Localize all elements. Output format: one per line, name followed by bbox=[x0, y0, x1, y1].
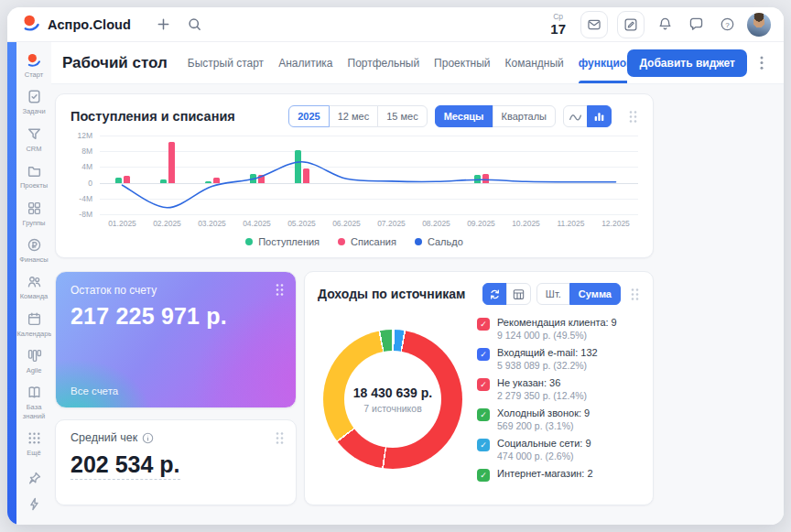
period-12m-button[interactable]: 12 мес bbox=[329, 105, 378, 127]
sidebar-item-crm[interactable]: CRM bbox=[16, 122, 51, 158]
source-checkbox[interactable]: ✓ bbox=[477, 469, 490, 482]
bar-chart-toggle[interactable] bbox=[587, 105, 612, 127]
sidebar-item-calendar[interactable]: Календарь bbox=[16, 307, 51, 343]
source-name: Социальные сети: 9 bbox=[497, 438, 591, 449]
x-tick-label: 07.2025 bbox=[369, 219, 414, 228]
legend-dot bbox=[338, 238, 345, 245]
average-check-drag-handle[interactable] bbox=[275, 431, 285, 445]
units-count-button[interactable]: Шт. bbox=[536, 283, 570, 305]
sidebar-item-bolt[interactable] bbox=[16, 492, 51, 517]
user-avatar[interactable] bbox=[747, 13, 771, 37]
legend-item-expense[interactable]: Списания bbox=[338, 236, 396, 247]
chat-button[interactable] bbox=[685, 14, 707, 36]
sidebar-item-pin[interactable] bbox=[16, 466, 51, 492]
calendar-date-widget[interactable]: Ср 17 bbox=[550, 13, 566, 37]
line-chart-toggle[interactable] bbox=[563, 105, 588, 127]
sidebar-item-agile[interactable]: Agile bbox=[16, 343, 51, 380]
balance-drag-handle[interactable] bbox=[275, 283, 285, 297]
sidebar-item-tasks[interactable]: Задачи bbox=[16, 84, 51, 121]
mail-button[interactable] bbox=[580, 11, 608, 38]
x-tick-label: 11.2025 bbox=[548, 219, 593, 228]
sidebar-item-label: CRM bbox=[26, 145, 41, 153]
expense-bar bbox=[482, 174, 489, 183]
source-checkbox[interactable]: ✓ bbox=[477, 439, 490, 451]
legend-item-income[interactable]: Поступления bbox=[245, 236, 320, 247]
sidebar-item-projects[interactable]: Проекты bbox=[16, 158, 51, 195]
sidebar-item-groups[interactable]: Группы bbox=[16, 196, 51, 233]
quick-add-button[interactable] bbox=[153, 15, 173, 35]
gridline bbox=[100, 183, 638, 184]
x-tick-label: 05.2025 bbox=[279, 219, 324, 228]
source-checkbox[interactable]: ✓ bbox=[477, 378, 490, 391]
source-name: Рекомендация клиента: 9 bbox=[497, 317, 617, 328]
search-button[interactable] bbox=[184, 15, 204, 35]
period-15m-button[interactable]: 15 мес bbox=[377, 105, 427, 127]
sidebar-item-more[interactable]: Ещё bbox=[16, 426, 51, 462]
bar-chart-icon bbox=[592, 110, 606, 124]
drag-handle-icon bbox=[628, 110, 638, 124]
sidebar-item-knowledge-base[interactable]: База знаний bbox=[16, 380, 51, 426]
y-tick-label: 12M bbox=[77, 131, 92, 140]
notifications-button[interactable] bbox=[654, 14, 676, 36]
cashflow-drag-handle[interactable] bbox=[628, 110, 638, 124]
source-amount: 569 200 р. (3.1%) bbox=[497, 420, 590, 431]
notes-button[interactable] bbox=[617, 11, 645, 38]
source-checkbox[interactable]: ✓ bbox=[477, 348, 490, 361]
tab-project[interactable]: Проектный bbox=[434, 42, 490, 83]
sidebar-item-label: Команда bbox=[20, 292, 49, 300]
sources-drag-handle[interactable] bbox=[630, 288, 640, 301]
line-chart-icon bbox=[569, 110, 582, 124]
source-text: Входящий e-mail: 1325 938 089 р. (32.2%) bbox=[497, 347, 598, 371]
balance-accounts-link[interactable]: Все счета bbox=[70, 385, 118, 396]
tab-analytics[interactable]: Аналитика bbox=[278, 42, 332, 83]
help-button[interactable]: ? bbox=[716, 14, 738, 36]
period-2025-button[interactable]: 2025 bbox=[288, 105, 329, 127]
agile-icon bbox=[27, 348, 42, 364]
source-checkbox[interactable]: ✓ bbox=[477, 408, 490, 421]
app-logo[interactable]: Аспро.Cloud bbox=[22, 13, 131, 36]
info-icon[interactable] bbox=[142, 432, 154, 444]
legend-dot bbox=[245, 238, 253, 245]
sidebar-items: СтартЗадачиCRMПроектыГруппыФинансыКоманд… bbox=[16, 48, 51, 463]
x-tick-label: 06.2025 bbox=[324, 219, 369, 228]
source-amount: 2 279 350 р. (12.4%) bbox=[497, 390, 587, 401]
source-legend-row: ✓Интернет-магазин: 2 bbox=[477, 468, 640, 482]
y-tick-label: -8M bbox=[79, 210, 92, 219]
granularity-quarters-button[interactable]: Кварталы bbox=[493, 105, 556, 127]
balance-title: Остаток по счету bbox=[70, 284, 281, 297]
note-edit-icon bbox=[623, 17, 638, 32]
header-kebab-button[interactable] bbox=[753, 49, 771, 77]
legend-item-saldo[interactable]: Сальдо bbox=[415, 236, 463, 247]
cashflow-y-axis: 12M8M4M0-4M-8M bbox=[70, 136, 100, 214]
sidebar-item-team[interactable]: Команда bbox=[16, 269, 51, 306]
table-view-toggle[interactable] bbox=[506, 283, 531, 305]
units-sum-button[interactable]: Сумма bbox=[569, 283, 621, 305]
logo-text: Аспро.Cloud bbox=[48, 17, 131, 32]
sidebar-item-label: Agile bbox=[27, 366, 42, 375]
source-name: Интернет-магазин: 2 bbox=[497, 468, 593, 479]
average-check-title: Средний чек bbox=[70, 431, 137, 444]
tab-quick-start[interactable]: Быстрый старт bbox=[188, 42, 264, 83]
cashflow-legend: ПоступленияСписанияСальдо bbox=[70, 236, 638, 247]
tab-functional[interactable]: функциональный bbox=[579, 42, 628, 83]
x-tick-label: 08.2025 bbox=[414, 219, 459, 228]
sources-donut: 18 430 639 р. 7 источников bbox=[323, 330, 462, 469]
calendar-day: 17 bbox=[550, 22, 566, 36]
granularity-segment: Месяцы Кварталы bbox=[435, 105, 556, 127]
sidebar-item-finance[interactable]: Финансы bbox=[16, 233, 51, 269]
y-tick-label: 0 bbox=[88, 179, 92, 188]
y-tick-label: 4M bbox=[81, 162, 92, 171]
gridline bbox=[100, 136, 638, 136]
income-bar bbox=[250, 174, 256, 183]
source-checkbox[interactable]: ✓ bbox=[477, 318, 490, 331]
table-icon bbox=[512, 288, 526, 301]
refresh-view-toggle[interactable] bbox=[482, 283, 507, 305]
tab-portfolio[interactable]: Портфельный bbox=[348, 42, 420, 83]
cashflow-widget: Поступления и списания 2025 12 мес 15 ме… bbox=[55, 93, 654, 258]
add-widget-button[interactable]: Добавить виджет bbox=[627, 49, 747, 77]
tab-team[interactable]: Командный bbox=[505, 42, 564, 83]
source-name: Входящий e-mail: 132 bbox=[497, 347, 598, 358]
sidebar-item-start[interactable]: Старт bbox=[16, 48, 51, 84]
granularity-months-button[interactable]: Месяцы bbox=[435, 105, 493, 127]
x-tick-label: 10.2025 bbox=[504, 219, 548, 228]
